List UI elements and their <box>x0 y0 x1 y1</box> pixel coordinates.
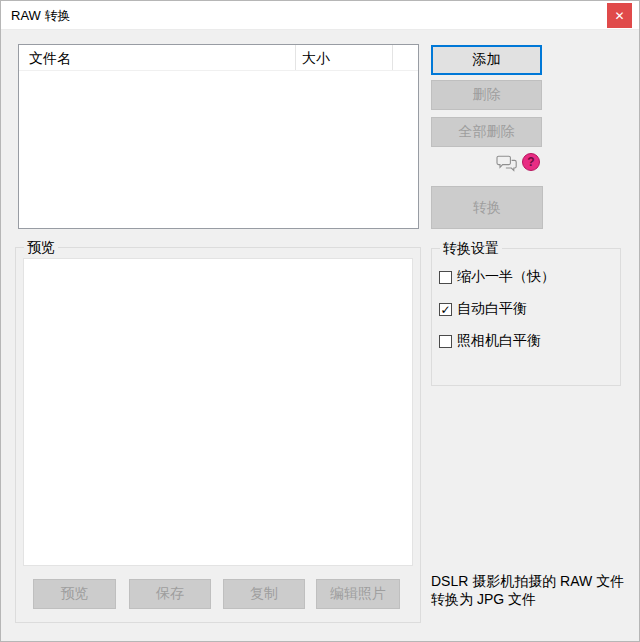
checkbox-camera-white-balance[interactable]: 照相机白平衡 <box>439 333 541 349</box>
preview-canvas[interactable] <box>23 258 413 566</box>
save-button[interactable]: 保存 <box>129 579 211 609</box>
checkbox-label: 照相机白平衡 <box>457 332 541 350</box>
close-icon: ✕ <box>614 9 624 23</box>
preview-group: 预览 预览 保存 复制 编辑照片 <box>15 247 421 623</box>
dialog-description: DSLR 摄影机拍摄的 RAW 文件 转换为 JPG 文件 <box>431 572 624 608</box>
column-header-size[interactable]: 大小 <box>302 50 330 68</box>
conversion-settings-title: 转换设置 <box>440 240 502 258</box>
column-separator[interactable] <box>392 45 393 70</box>
delete-all-button-label: 全部删除 <box>459 123 515 141</box>
copy-button-label: 复制 <box>250 585 278 603</box>
help-icon[interactable]: ? <box>522 153 540 171</box>
file-list[interactable]: 文件名 大小 <box>18 44 419 229</box>
edit-photo-button-label: 编辑照片 <box>330 585 386 603</box>
help-icon-glyph: ? <box>527 155 534 169</box>
column-separator[interactable] <box>295 45 296 70</box>
preview-group-title: 预览 <box>24 239 58 257</box>
checkbox-box[interactable]: ✓ <box>439 303 452 316</box>
raw-convert-dialog: RAW 转换 ✕ 文件名 大小 添加 删除 全部删除 ? 转换 <box>0 0 640 642</box>
checkbox-box[interactable] <box>439 271 452 284</box>
checkbox-label: 自动白平衡 <box>457 300 527 318</box>
column-header-filename[interactable]: 文件名 <box>29 50 71 68</box>
checkbox-label: 缩小一半（快） <box>457 268 555 286</box>
copy-button[interactable]: 复制 <box>223 579 305 609</box>
window-title: RAW 转换 <box>11 7 70 25</box>
file-list-body[interactable] <box>19 72 418 228</box>
delete-button-label: 删除 <box>473 86 501 104</box>
title-bar[interactable]: RAW 转换 ✕ <box>1 1 639 30</box>
add-button[interactable]: 添加 <box>431 45 542 75</box>
preview-button[interactable]: 预览 <box>33 579 116 609</box>
save-button-label: 保存 <box>156 585 184 603</box>
preview-button-label: 预览 <box>61 585 89 603</box>
checkbox-auto-white-balance[interactable]: ✓ 自动白平衡 <box>439 301 527 317</box>
add-button-label: 添加 <box>473 51 501 69</box>
edit-photo-button[interactable]: 编辑照片 <box>316 579 400 609</box>
delete-button[interactable]: 删除 <box>431 80 542 110</box>
convert-button-label: 转换 <box>473 199 501 217</box>
checkbox-box[interactable] <box>439 335 452 348</box>
convert-button[interactable]: 转换 <box>431 186 543 229</box>
close-button[interactable]: ✕ <box>607 3 632 28</box>
file-list-header: 文件名 大小 <box>19 45 418 71</box>
speech-bubbles-icon[interactable] <box>496 155 518 173</box>
delete-all-button[interactable]: 全部删除 <box>431 117 542 147</box>
checkbox-half-size[interactable]: 缩小一半（快） <box>439 269 555 285</box>
description-line-2: 转换为 JPG 文件 <box>431 590 624 608</box>
conversion-settings-group: 转换设置 缩小一半（快） ✓ 自动白平衡 照相机白平衡 <box>431 248 621 386</box>
description-line-1: DSLR 摄影机拍摄的 RAW 文件 <box>431 572 624 590</box>
